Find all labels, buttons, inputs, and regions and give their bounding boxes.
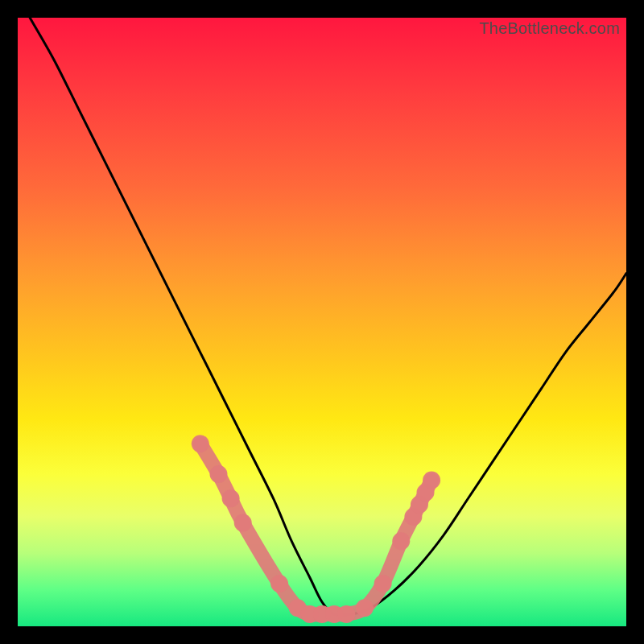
highlighted-point [356,599,374,617]
highlighted-point [192,435,209,452]
highlighted-points [192,435,440,623]
highlighted-point [374,575,392,592]
highlighted-point [423,472,440,489]
highlighted-point [234,514,252,531]
chart-frame: TheBottleneck.com [0,0,644,644]
highlighted-point [270,575,288,592]
highlighted-point [337,605,355,623]
highlighted-point [222,489,240,507]
bottleneck-curve-path [30,18,626,615]
highlighted-point [209,465,227,483]
highlighted-point [392,532,410,550]
plot-area: TheBottleneck.com [18,18,626,626]
bottleneck-curve [30,18,626,615]
chart-overlay [18,18,626,626]
